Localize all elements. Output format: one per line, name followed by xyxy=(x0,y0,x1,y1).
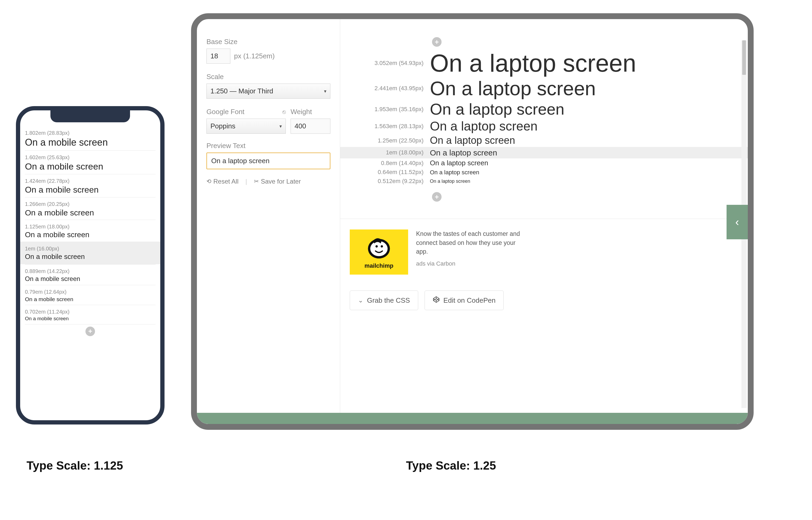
tablet-frame: Base Size 18 px (1.125em) Scale 1.250 — … xyxy=(191,13,754,430)
type-scale-meta: 2.441em (43.95px) xyxy=(340,85,423,92)
scale-select-value: 1.250 — Major Third xyxy=(210,87,273,95)
type-scale-row: 0.889em (14.22px)On a mobile screen xyxy=(25,264,156,285)
type-scale-rows: 3.052em (54.93px)On a laptop screen2.441… xyxy=(340,49,748,186)
grab-css-button[interactable]: ⌄ Grab the CSS xyxy=(350,290,418,310)
plus-icon: + xyxy=(85,327,95,336)
reset-all-label: Reset All xyxy=(213,178,239,185)
base-size-input[interactable]: 18 xyxy=(206,49,230,64)
type-scale-sample: On a mobile screen xyxy=(25,161,156,172)
type-scale-meta: 1em (16.00px) xyxy=(25,246,156,252)
google-font-select[interactable]: Poppins ▾ xyxy=(206,119,286,134)
divider xyxy=(340,218,738,219)
chevron-down-icon: ⌄ xyxy=(358,296,363,304)
type-scale-meta: 1.424em (22.78px) xyxy=(25,178,156,184)
type-scale-meta: 1.125em (18.00px) xyxy=(25,224,156,230)
type-scale-meta: 0.889em (14.22px) xyxy=(25,268,156,274)
chevron-left-icon: ‹ xyxy=(735,216,739,228)
add-size-above-button[interactable]: + xyxy=(432,37,442,47)
type-scale-row: 1.563em (28.13px)On a laptop screen xyxy=(340,119,748,134)
svg-point-3 xyxy=(381,245,383,248)
type-scale-sample: On a laptop screen xyxy=(430,101,565,118)
type-scale-row: 1.424em (22.78px)On a mobile screen xyxy=(25,174,156,197)
type-scale-base-row: 1em (18.00px)On a laptop screen xyxy=(340,147,748,159)
type-scale-sample: On a laptop screen xyxy=(430,120,538,133)
type-scale-meta: 1.953em (35.16px) xyxy=(340,106,423,113)
base-size-unit: px (1.125em) xyxy=(234,52,274,60)
link-icon: ✂ xyxy=(254,178,259,185)
grab-css-label: Grab the CSS xyxy=(367,296,410,305)
type-scale-sample: On a mobile screen xyxy=(25,208,156,217)
external-link-icon[interactable]: ⎋ xyxy=(282,108,286,115)
type-scale-preview: + 3.052em (54.93px)On a laptop screen2.4… xyxy=(340,19,748,424)
google-font-label: Google Font xyxy=(206,108,244,116)
codepen-icon xyxy=(433,296,440,305)
reset-all-button[interactable]: ⟲ Reset All xyxy=(206,178,239,185)
phone-content: 1.802em (28.83px)On a mobile screen1.602… xyxy=(20,126,160,420)
type-scale-row: 1.25em (22.50px)On a laptop screen xyxy=(340,134,748,147)
type-scale-row: 0.8em (14.40px)On a laptop screen xyxy=(340,158,748,168)
type-scale-row: 0.512em (9.22px)On a laptop screen xyxy=(340,177,748,186)
type-scale-meta: 0.64em (11.52px) xyxy=(340,169,423,176)
type-scale-meta: 1.602em (25.63px) xyxy=(25,154,156,160)
scale-select[interactable]: 1.250 — Major Third ▾ xyxy=(206,84,331,99)
weight-input[interactable]: 400 xyxy=(291,119,331,134)
tablet-caption: Type Scale: 1.25 xyxy=(406,459,496,472)
type-scale-sample: On a mobile screen xyxy=(25,137,156,148)
preview-text-label: Preview Text xyxy=(206,142,331,150)
ad-brand-label: mailchimp xyxy=(365,262,394,269)
save-for-later-button[interactable]: ✂ Save for Later xyxy=(254,178,301,185)
edit-on-codepen-button[interactable]: Edit on CodePen xyxy=(425,290,504,310)
svg-point-2 xyxy=(375,245,378,248)
base-size-label: Base Size xyxy=(206,38,331,46)
google-font-value: Poppins xyxy=(210,122,235,130)
chevron-down-icon: ▾ xyxy=(280,123,282,129)
reset-icon: ⟲ xyxy=(206,178,211,185)
type-scale-sample: On a laptop screen xyxy=(430,78,596,99)
scale-label: Scale xyxy=(206,73,331,81)
save-later-label: Save for Later xyxy=(261,178,301,185)
type-scale-sample: On a laptop screen xyxy=(430,135,515,146)
collapse-panel-tab[interactable]: ‹ xyxy=(727,205,748,239)
type-scale-meta: 1.563em (28.13px) xyxy=(340,123,423,130)
ad-copy-text: Know the tastes of each customer and con… xyxy=(416,230,527,256)
type-scale-meta: 1.266em (20.25px) xyxy=(25,201,156,207)
type-scale-row: 3.052em (54.93px)On a laptop screen xyxy=(340,49,748,77)
type-scale-sample: On a laptop screen xyxy=(430,179,470,184)
add-size-below-button[interactable]: + xyxy=(432,192,442,202)
type-scale-meta: 0.8em (14.40px) xyxy=(340,160,423,166)
svg-point-1 xyxy=(370,241,387,256)
tablet-inner: Base Size 18 px (1.125em) Scale 1.250 — … xyxy=(197,19,748,424)
ad-via-text: ads via Carbon xyxy=(416,260,527,267)
phone-notch xyxy=(50,110,130,122)
mailchimp-icon xyxy=(364,235,394,261)
preview-text-input[interactable]: On a laptop screen xyxy=(206,153,331,169)
ad-logo: mailchimp xyxy=(350,230,408,275)
mobile-caption: Type Scale: 1.125 xyxy=(27,459,123,472)
type-scale-sample: On a laptop screen xyxy=(430,149,497,157)
weight-label: Weight xyxy=(291,108,331,116)
type-scale-row: 0.702em (11.24px)On a mobile screen xyxy=(25,305,156,324)
codepen-label: Edit on CodePen xyxy=(443,296,496,305)
add-size-below-button[interactable]: + xyxy=(25,324,156,338)
type-scale-meta: 1em (18.00px) xyxy=(340,149,423,156)
ad-block[interactable]: mailchimp Know the tastes of each custom… xyxy=(350,230,748,275)
type-scale-sample: On a mobile screen xyxy=(25,253,156,261)
type-scale-sample: On a laptop screen xyxy=(430,169,479,175)
type-scale-sample: On a mobile screen xyxy=(25,296,156,302)
type-scale-base-row: 1em (16.00px)On a mobile screen xyxy=(20,242,160,264)
type-scale-row: 0.79em (12.64px)On a mobile screen xyxy=(25,285,156,305)
type-scale-meta: 1.25em (22.50px) xyxy=(340,137,423,144)
type-scale-row: 1.125em (18.00px)On a mobile screen xyxy=(25,220,156,242)
type-scale-row: 2.441em (43.95px)On a laptop screen xyxy=(340,77,748,100)
type-scale-row: 1.953em (35.16px)On a laptop screen xyxy=(340,100,748,119)
type-scale-sample: On a mobile screen xyxy=(25,231,156,239)
controls-sidebar: Base Size 18 px (1.125em) Scale 1.250 — … xyxy=(197,19,340,424)
type-scale-sample: On a mobile screen xyxy=(25,276,156,282)
type-scale-sample: On a laptop screen xyxy=(430,159,488,166)
chevron-down-icon: ▾ xyxy=(324,88,326,94)
type-scale-row: 0.64em (11.52px)On a laptop screen xyxy=(340,168,748,177)
type-scale-row: 1.266em (20.25px)On a mobile screen xyxy=(25,197,156,220)
bottom-band xyxy=(197,413,748,424)
type-scale-sample: On a mobile screen xyxy=(25,185,156,194)
type-scale-meta: 1.802em (28.83px) xyxy=(25,130,156,136)
